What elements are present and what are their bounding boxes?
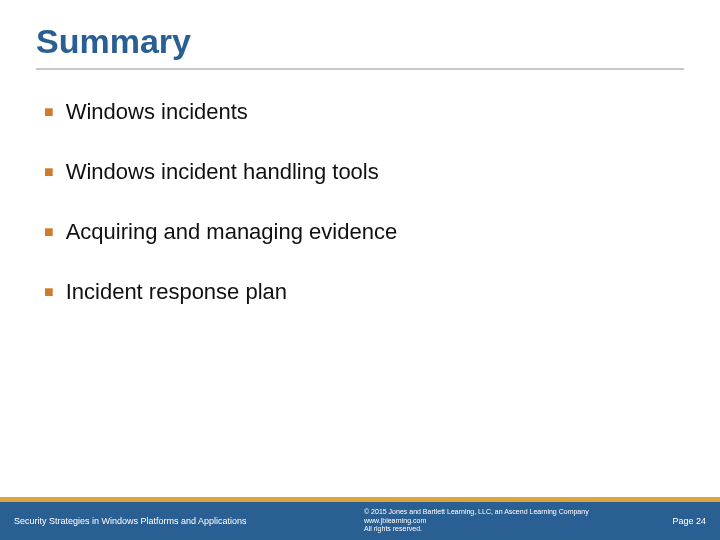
bullet-icon: ■ [44,218,54,246]
footer-title: Security Strategies in Windows Platforms… [0,516,354,526]
bullet-list: ■ Windows incidents ■ Windows incident h… [44,98,684,338]
bullet-text: Acquiring and managing evidence [66,218,397,246]
page-number: Page 24 [646,516,720,526]
bullet-text: Windows incident handling tools [66,158,379,186]
footer-copyright: © 2015 Jones and Bartlett Learning, LLC,… [354,508,646,534]
slide-title: Summary [36,22,191,61]
title-underline [36,68,684,70]
list-item: ■ Windows incident handling tools [44,158,684,186]
bullet-icon: ■ [44,278,54,306]
copyright-line: All rights reserved. [364,525,646,534]
copyright-line: www.jblearning.com [364,517,646,526]
footer-bar: Security Strategies in Windows Platforms… [0,502,720,540]
copyright-line: © 2015 Jones and Bartlett Learning, LLC,… [364,508,646,517]
bullet-text: Windows incidents [66,98,248,126]
bullet-icon: ■ [44,158,54,186]
bullet-icon: ■ [44,98,54,126]
footer: Security Strategies in Windows Platforms… [0,497,720,540]
list-item: ■ Windows incidents [44,98,684,126]
bullet-text: Incident response plan [66,278,287,306]
list-item: ■ Acquiring and managing evidence [44,218,684,246]
list-item: ■ Incident response plan [44,278,684,306]
slide: Summary ■ Windows incidents ■ Windows in… [0,0,720,540]
